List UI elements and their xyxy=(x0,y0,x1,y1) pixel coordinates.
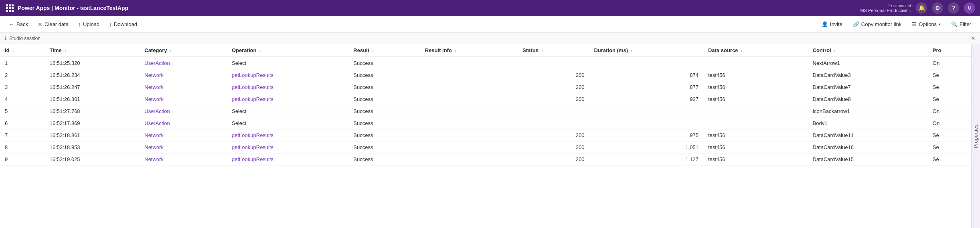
chevron-down-icon: ▾ xyxy=(939,22,941,26)
table-row[interactable]: 216:51:26.234NetworkgetLookupResultsSucc… xyxy=(0,69,971,81)
back-label: Back xyxy=(16,21,28,27)
table-row[interactable]: 416:51:26.301NetworkgetLookupResultsSucc… xyxy=(0,93,971,105)
options-label: Options xyxy=(919,21,937,27)
avatar[interactable]: U xyxy=(964,2,975,14)
properties-label: Properties xyxy=(973,124,979,148)
table-cell: Network xyxy=(140,129,227,141)
copy-monitor-link-button[interactable]: 🔗 Copy monitor link xyxy=(849,19,905,29)
col-result-info[interactable]: Result info ↕ xyxy=(420,44,518,57)
table-cell: 16:51:25.320 xyxy=(45,57,140,69)
table-cell: test456 xyxy=(703,69,808,81)
table-cell: Se xyxy=(928,141,971,153)
col-pro[interactable]: Pro xyxy=(928,44,971,57)
table-cell: Se xyxy=(928,69,971,81)
table-cell xyxy=(589,117,703,129)
table-cell: DataCardValue16 xyxy=(808,141,928,153)
download-icon: ↓ xyxy=(109,21,112,28)
app-title: Power Apps | Monitor - testLanceTestApp xyxy=(18,5,857,11)
table-cell xyxy=(420,105,518,117)
table-cell: getLookupResults xyxy=(227,69,348,81)
data-table-container: Id ↕ Time ↕ Category ↕ Operation ↕ Resul… xyxy=(0,44,971,228)
upload-button[interactable]: ↑ Upload xyxy=(74,19,103,30)
table-cell: On xyxy=(928,105,971,117)
download-label: Download xyxy=(114,21,137,27)
table-cell: 200 xyxy=(518,129,589,141)
col-id[interactable]: Id ↕ xyxy=(0,44,45,57)
col-status[interactable]: Status ↕ xyxy=(518,44,589,57)
back-icon: ← xyxy=(9,21,14,28)
table-cell: Select xyxy=(227,117,348,129)
copy-icon: 🔗 xyxy=(853,21,859,27)
upload-label: Upload xyxy=(83,21,99,27)
col-control[interactable]: Control ↕ xyxy=(808,44,928,57)
table-cell: Success xyxy=(348,81,420,93)
table-cell: UserAction xyxy=(140,105,227,117)
col-category[interactable]: Category ↕ xyxy=(140,44,227,57)
options-button[interactable]: ☰ Options ▾ xyxy=(908,19,945,29)
filter-button[interactable]: 🔍 Filter xyxy=(947,19,975,29)
help-icon[interactable]: ? xyxy=(948,2,959,14)
download-button[interactable]: ↓ Download xyxy=(105,19,141,30)
settings-icon[interactable]: ⚙ xyxy=(932,2,943,14)
clear-data-button[interactable]: ✕ Clear data xyxy=(34,19,73,30)
table-cell xyxy=(518,57,589,69)
table-cell: UserAction xyxy=(140,57,227,69)
table-cell: Success xyxy=(348,69,420,81)
table-cell: 1 xyxy=(0,57,45,69)
notifications-icon[interactable]: 🔔 xyxy=(916,2,927,14)
table-cell: Success xyxy=(348,153,420,165)
table-cell: 200 xyxy=(518,153,589,165)
data-table: Id ↕ Time ↕ Category ↕ Operation ↕ Resul… xyxy=(0,44,971,165)
table-cell: 3 xyxy=(0,81,45,93)
properties-panel[interactable]: Properties xyxy=(971,44,980,228)
toolbar: ← Back ✕ Clear data ↑ Upload ↓ Download … xyxy=(0,16,980,33)
env-name: MS Personal Productivit... xyxy=(860,8,911,13)
table-cell: On xyxy=(928,117,971,129)
copy-monitor-label: Copy monitor link xyxy=(861,21,901,27)
main-content: Id ↕ Time ↕ Category ↕ Operation ↕ Resul… xyxy=(0,44,980,228)
table-row[interactable]: 616:52:17.869UserActionSelectSuccessBody… xyxy=(0,117,971,129)
waffle-menu[interactable] xyxy=(5,3,14,13)
table-row[interactable]: 516:51:27.768UserActionSelectSuccessIcon… xyxy=(0,105,971,117)
table-cell: 6 xyxy=(0,117,45,129)
table-cell: 2 xyxy=(0,69,45,81)
env-block: Environment MS Personal Productivit... xyxy=(860,4,911,13)
table-row[interactable]: 816:52:18.953NetworkgetLookupResultsSucc… xyxy=(0,141,971,153)
col-result[interactable]: Result ↕ xyxy=(348,44,420,57)
invite-button[interactable]: 👤 Invite xyxy=(818,19,846,29)
invite-icon: 👤 xyxy=(822,21,828,27)
table-cell xyxy=(420,69,518,81)
table-row[interactable]: 116:51:25.320UserActionSelectSuccessNext… xyxy=(0,57,971,69)
table-cell xyxy=(703,117,808,129)
table-cell: DataCardValue8 xyxy=(808,93,928,105)
col-data-source[interactable]: Data source ↕ xyxy=(703,44,808,57)
table-cell xyxy=(420,93,518,105)
session-close-button[interactable]: ✕ xyxy=(971,36,975,41)
table-row[interactable]: 916:52:19.025NetworkgetLookupResultsSucc… xyxy=(0,153,971,165)
table-cell: getLookupResults xyxy=(227,93,348,105)
table-cell: 8 xyxy=(0,141,45,153)
table-cell xyxy=(420,153,518,165)
table-cell: 200 xyxy=(518,93,589,105)
col-duration[interactable]: Duration (ms) ↕ xyxy=(589,44,703,57)
session-info-icon: ℹ xyxy=(5,36,7,41)
table-cell: Se xyxy=(928,153,971,165)
back-button[interactable]: ← Back xyxy=(5,19,32,30)
table-cell: Network xyxy=(140,81,227,93)
table-cell: 1,127 xyxy=(589,153,703,165)
invite-label: Invite xyxy=(830,21,842,27)
table-cell: DataCardValue11 xyxy=(808,129,928,141)
table-cell: Success xyxy=(348,129,420,141)
table-cell: 1,051 xyxy=(589,141,703,153)
table-cell: getLookupResults xyxy=(227,129,348,141)
table-row[interactable]: 716:52:18.861NetworkgetLookupResultsSucc… xyxy=(0,129,971,141)
table-cell: 16:52:17.869 xyxy=(45,117,140,129)
table-cell: 16:51:26.247 xyxy=(45,81,140,93)
table-cell: 975 xyxy=(589,129,703,141)
table-cell xyxy=(518,105,589,117)
col-operation[interactable]: Operation ↕ xyxy=(227,44,348,57)
col-time[interactable]: Time ↕ xyxy=(45,44,140,57)
table-cell: DataCardValue3 xyxy=(808,69,928,81)
table-row[interactable]: 316:51:26.247NetworkgetLookupResultsSucc… xyxy=(0,81,971,93)
table-cell: test456 xyxy=(703,81,808,93)
